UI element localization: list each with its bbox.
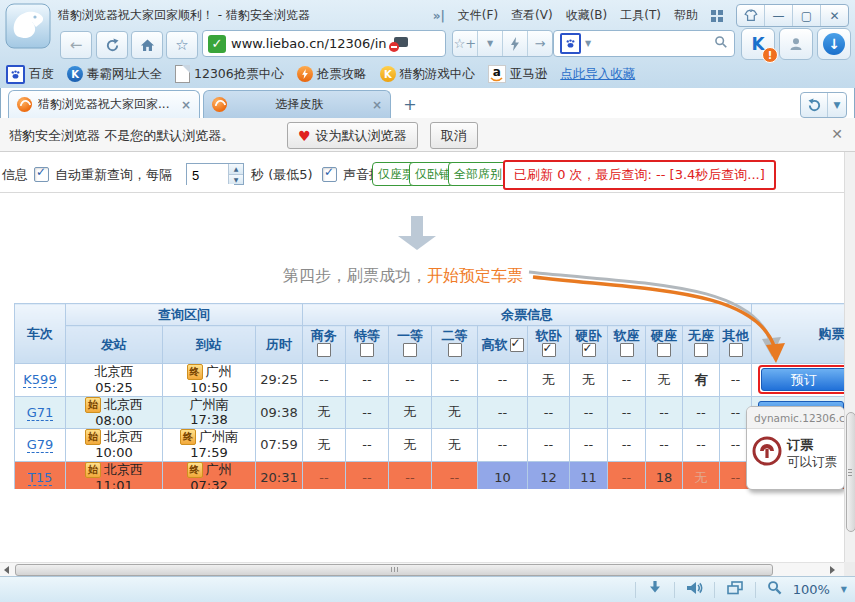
scroll-right-arrow[interactable] bbox=[830, 566, 835, 574]
speaker-icon[interactable] bbox=[686, 580, 703, 600]
home-button[interactable] bbox=[131, 31, 163, 59]
tab-close-icon[interactable]: × bbox=[372, 98, 382, 112]
menu-view[interactable]: 查看(V) bbox=[511, 7, 553, 24]
tab-active[interactable]: 猎豹浏览器祝大家回家... × bbox=[8, 90, 200, 118]
seat-cell-软卧: -- bbox=[528, 396, 570, 429]
search-engine-paw-icon[interactable] bbox=[560, 33, 581, 54]
search-box[interactable]: ▼ bbox=[553, 30, 735, 57]
group-route: 查询区间 bbox=[66, 304, 303, 326]
seat-checkbox[interactable] bbox=[620, 343, 634, 357]
download-manager-button[interactable]: ↓ bbox=[817, 28, 851, 60]
train-link[interactable]: T15 bbox=[28, 470, 52, 486]
seat-checkbox[interactable] bbox=[657, 343, 671, 357]
bookmark-12306-center[interactable]: 12306抢票中心 bbox=[175, 65, 284, 83]
dropdown-icon[interactable]: ▼ bbox=[477, 31, 502, 56]
kingsoft-account-button[interactable]: K ! bbox=[741, 28, 775, 60]
seat-checkbox[interactable] bbox=[403, 343, 417, 357]
import-favorites-link[interactable]: 点此导入收藏 bbox=[560, 66, 635, 83]
station-cell: 北京西05:25 bbox=[66, 364, 163, 397]
cascade-windows-icon[interactable] bbox=[726, 580, 744, 599]
seat-checkbox[interactable] bbox=[448, 343, 462, 357]
menu-help[interactable]: 帮助 bbox=[674, 7, 698, 24]
train-row-K599: K599北京西05:25终广州10:5029:25----------无无--无… bbox=[15, 364, 855, 397]
tab-close-icon[interactable]: × bbox=[181, 98, 191, 112]
search-engine-dropdown-icon[interactable]: ▼ bbox=[585, 39, 591, 48]
scroll-left-arrow[interactable] bbox=[4, 566, 9, 574]
seat-checkbox[interactable] bbox=[582, 343, 596, 357]
stepper-arrows[interactable]: ▲▼ bbox=[228, 164, 243, 184]
seat-col-硬卧: 硬卧 bbox=[570, 326, 608, 364]
speed-mode-icon[interactable] bbox=[502, 31, 527, 56]
seat-cell-高软: -- bbox=[478, 396, 528, 429]
seat-cell-软座: -- bbox=[608, 364, 646, 397]
refresh-button[interactable] bbox=[96, 31, 128, 59]
interval-stepper[interactable]: ▲▼ bbox=[186, 163, 244, 185]
seat-col-特等: 特等 bbox=[346, 326, 389, 364]
screenshot-blocked-icon[interactable] bbox=[389, 36, 409, 52]
book-button[interactable]: 预订 bbox=[761, 368, 847, 391]
seat-checkbox[interactable] bbox=[694, 343, 708, 357]
menu-file[interactable]: 文件(F) bbox=[458, 7, 498, 24]
minimize-button[interactable]: — bbox=[764, 5, 792, 26]
seat-cell-硬座: 无 bbox=[646, 364, 683, 397]
interval-input[interactable] bbox=[187, 164, 234, 186]
back-button[interactable]: ← bbox=[60, 31, 92, 59]
seat-checkbox[interactable] bbox=[360, 343, 374, 357]
seat-checkbox[interactable] bbox=[317, 343, 331, 357]
favorite-star-button[interactable]: ☆ bbox=[166, 31, 198, 59]
seat-checkbox[interactable] bbox=[542, 343, 556, 357]
train-cell: K599 bbox=[15, 364, 66, 397]
bookmark-game-center[interactable]: K 猎豹游戏中心 bbox=[380, 66, 475, 83]
add-favorite-icon[interactable]: ☆+ bbox=[453, 31, 477, 56]
set-default-browser-button[interactable]: ♥ 设为默认浏览器 bbox=[287, 122, 418, 149]
seat-cell-商务: -- bbox=[303, 364, 346, 397]
sound-checkbox[interactable] bbox=[322, 167, 337, 182]
close-button[interactable]: ✕ bbox=[820, 5, 848, 26]
horizontal-scrollbar-thumb[interactable] bbox=[15, 564, 773, 576]
bookmark-duba[interactable]: K 毒霸网址大全 bbox=[67, 66, 162, 83]
zoom-level[interactable]: 100% bbox=[793, 582, 830, 597]
all-classes-button[interactable]: 全部席别 bbox=[448, 162, 508, 186]
seat-cell-硬卧: -- bbox=[570, 429, 608, 462]
download-status-icon[interactable] bbox=[647, 580, 663, 599]
restore-closed-tab-icon[interactable] bbox=[801, 93, 827, 117]
maximize-button[interactable]: ▢ bbox=[792, 5, 820, 26]
seat-checkbox[interactable] bbox=[729, 343, 743, 357]
zoom-icon[interactable] bbox=[767, 580, 782, 599]
train-row-G71: G71始北京西08:00广州南17:3809:38无--无无----------… bbox=[15, 396, 855, 429]
bookmark-ticket-guide[interactable]: 抢票攻略 bbox=[297, 66, 367, 83]
seat-checkbox[interactable] bbox=[510, 338, 524, 352]
horizontal-scrollbar[interactable] bbox=[0, 562, 844, 576]
seat-col-二等: 二等 bbox=[432, 326, 478, 364]
bookmark-baidu[interactable]: 百度 bbox=[6, 65, 54, 84]
cancel-button[interactable]: 取消 bbox=[430, 122, 478, 149]
new-tab-button[interactable]: + bbox=[399, 93, 421, 115]
skin-icon[interactable] bbox=[737, 5, 764, 26]
train-link[interactable]: G79 bbox=[27, 437, 54, 453]
notification-close-icon[interactable]: ✕ bbox=[831, 126, 843, 142]
auto-refresh-checkbox[interactable] bbox=[34, 167, 49, 182]
tab-skin-picker[interactable]: 选择皮肤 × bbox=[203, 90, 391, 118]
restore-dropdown-icon[interactable]: ▼ bbox=[827, 93, 846, 117]
search-input[interactable] bbox=[595, 36, 710, 52]
menu-tools[interactable]: 工具(T) bbox=[620, 7, 661, 24]
train-link[interactable]: K599 bbox=[23, 372, 56, 388]
sidebar-pin-icon[interactable]: »| bbox=[433, 9, 445, 23]
menu-favorites[interactable]: 收藏(B) bbox=[566, 7, 608, 24]
vertical-scrollbar[interactable] bbox=[844, 152, 855, 562]
user-profile-button[interactable] bbox=[779, 28, 813, 60]
url-text[interactable]: www.liebao.cn/12306/in bbox=[231, 36, 387, 51]
bookmark-amazon[interactable]: a 亚马逊 bbox=[488, 65, 548, 83]
search-icon[interactable] bbox=[714, 34, 728, 53]
station-badge: 终 bbox=[180, 429, 196, 445]
train-cell: T15 bbox=[15, 461, 66, 489]
station-badge: 始 bbox=[85, 462, 101, 478]
window-title: 猎豹浏览器祝大家回家顺利！ - 猎豹安全浏览器 bbox=[58, 7, 310, 24]
vertical-scrollbar-thumb[interactable] bbox=[846, 412, 855, 532]
address-bar[interactable]: ✓ www.liebao.cn/12306/in bbox=[202, 30, 446, 57]
page-icon bbox=[175, 65, 190, 83]
go-arrow-icon[interactable]: → bbox=[527, 31, 552, 56]
train-link[interactable]: G71 bbox=[27, 405, 54, 421]
layout-grid-icon[interactable] bbox=[711, 10, 723, 22]
zoom-dropdown-icon[interactable]: ▼ bbox=[841, 585, 847, 594]
